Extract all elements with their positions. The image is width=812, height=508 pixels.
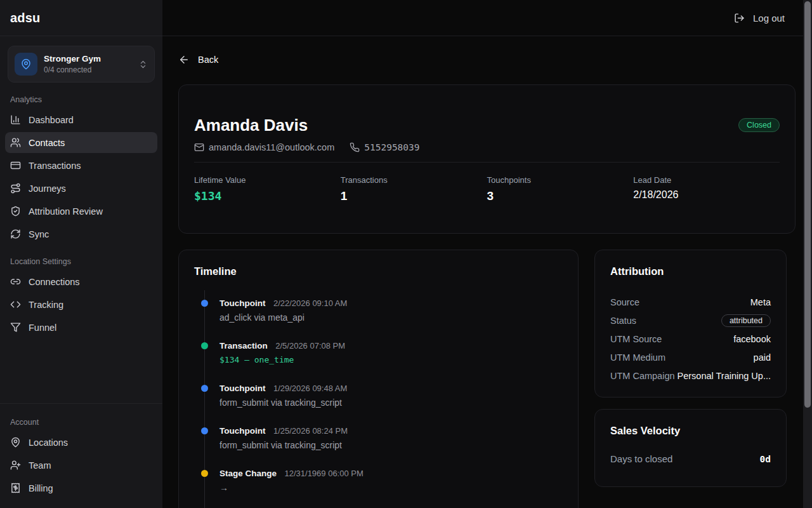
stat-label: Lifetime Value xyxy=(194,175,341,185)
scrollbar-thumb[interactable] xyxy=(804,1,811,408)
sales-velocity-row: Days to closed 0d xyxy=(610,453,771,464)
row-value: Meta xyxy=(750,297,771,307)
touchpoint-dot xyxy=(201,385,208,392)
content-area: Back Amanda Davis Closed amanda.davis11@… xyxy=(162,36,812,508)
timeline-card: Timeline Touchpoint 2/22/2026 09:10 AM a… xyxy=(178,250,579,508)
sidebar-item-connections[interactable]: Connections xyxy=(5,271,157,292)
sidebar: adsu Stronger Gym 0/4 connected Analytic… xyxy=(0,0,162,508)
sidebar-item-attribution-review[interactable]: Attribution Review xyxy=(5,201,157,222)
attribution-row-source: Source Meta xyxy=(610,293,771,311)
event-timestamp: 2/22/2026 09:10 AM xyxy=(273,298,347,308)
location-connected-status: 0/4 connected xyxy=(44,65,132,74)
sidebar-item-label: Contacts xyxy=(29,138,65,148)
row-label: Source xyxy=(610,297,639,307)
users-icon xyxy=(10,137,21,148)
touchpoint-dot xyxy=(201,300,208,307)
timeline-event: Touchpoint 1/25/2026 08:24 PM form_submi… xyxy=(194,424,563,451)
sidebar-item-label: Funnel xyxy=(29,323,56,333)
refresh-icon xyxy=(10,229,21,239)
timeline-event-head: Touchpoint 2/22/2026 09:10 AM xyxy=(219,297,563,310)
logout-icon xyxy=(734,13,745,23)
timeline-event-head: Touchpoint 1/25/2026 08:24 PM xyxy=(219,424,563,438)
contact-phone: 5152958039 xyxy=(350,142,419,152)
stage-change-dot xyxy=(201,470,208,477)
timeline-event: Touchpoint 1/29/2026 09:48 AM form_submi… xyxy=(194,382,563,409)
event-timestamp: 1/29/2026 09:48 AM xyxy=(273,384,347,393)
sales-velocity-title: Sales Velocity xyxy=(610,425,771,437)
arrow-left-icon xyxy=(178,54,190,65)
timeline-event-head: Touchpoint 1/29/2026 09:48 AM xyxy=(219,382,563,395)
sidebar-item-dashboard[interactable]: Dashboard xyxy=(5,109,157,130)
sidebar-item-label: Sync xyxy=(29,229,49,239)
right-card-column: Attribution Source Meta Status attribute… xyxy=(594,250,787,508)
row-value: facebook xyxy=(733,334,771,344)
sidebar-item-sync[interactable]: Sync xyxy=(5,224,157,244)
sidebar-item-locations[interactable]: Locations xyxy=(5,432,157,453)
sidebar-item-transactions[interactable]: Transactions xyxy=(5,155,157,176)
event-type: Touchpoint xyxy=(219,426,265,436)
event-detail: form_submit via tracking_script xyxy=(219,439,563,451)
row-value: Personal Training Up... xyxy=(678,371,771,381)
profile-header-row: Amanda Davis Closed xyxy=(194,116,780,135)
logout-button[interactable]: Log out xyxy=(734,13,785,23)
receipt-icon xyxy=(10,483,21,493)
phone-icon xyxy=(350,142,360,152)
event-detail: ad_click via meta_api xyxy=(219,311,563,324)
sidebar-item-funnel[interactable]: Funnel xyxy=(5,317,157,338)
sidebar-account-section: Account Locations Team Billing xyxy=(0,403,162,508)
sidebar-item-team[interactable]: Team xyxy=(5,455,157,476)
sidebar-item-contacts[interactable]: Contacts xyxy=(5,132,157,153)
app-logo: adsu xyxy=(10,11,40,25)
scrollbar-track[interactable] xyxy=(803,0,812,508)
attribution-title: Attribution xyxy=(610,265,771,277)
event-timestamp: 2/5/2026 07:08 PM xyxy=(275,341,345,351)
stat-value: 2/18/2026 xyxy=(633,189,780,201)
sidebar-item-label: Billing xyxy=(29,483,53,493)
user-plus-icon xyxy=(10,460,21,471)
row-label: UTM Campaign xyxy=(610,371,675,381)
section-label-account: Account xyxy=(5,418,157,427)
sidebar-item-label: Dashboard xyxy=(29,115,74,125)
profile-stats-row: Lifetime Value $134 Transactions 1 Touch… xyxy=(194,163,780,203)
sidebar-item-tracking[interactable]: Tracking xyxy=(5,294,157,315)
sidebar-item-label: Team xyxy=(29,460,51,471)
timeline-event: Stage Change 12/31/1969 06:00 PM → xyxy=(194,467,563,494)
bar-chart-icon xyxy=(10,114,21,125)
attribution-rows: Source Meta Status attributed UTM Source… xyxy=(610,293,771,385)
contact-email-value: amanda.davis11@outlook.com xyxy=(209,142,334,152)
row-label: Days to closed xyxy=(610,453,672,464)
timeline-event: Touchpoint 2/22/2026 09:10 AM ad_click v… xyxy=(194,297,563,324)
event-detail: → xyxy=(219,481,563,494)
sidebar-item-journeys[interactable]: Journeys xyxy=(5,178,157,199)
event-timestamp: 1/25/2026 08:24 PM xyxy=(273,426,348,436)
chevrons-up-down-icon xyxy=(138,60,148,69)
section-label-analytics: Analytics xyxy=(5,95,157,104)
stat-transactions: Transactions 1 xyxy=(341,175,487,203)
contact-info-row: amanda.davis11@outlook.com 5152958039 xyxy=(194,142,780,152)
location-selector[interactable]: Stronger Gym 0/4 connected xyxy=(8,46,155,83)
app-root: adsu Stronger Gym 0/4 connected Analytic… xyxy=(0,0,812,508)
row-label: Status xyxy=(610,316,636,326)
shield-check-icon xyxy=(10,206,21,217)
main-column: Log out Back Amanda Davis Closed amanda.… xyxy=(162,0,812,508)
stat-lifetime-value: Lifetime Value $134 xyxy=(194,175,341,203)
timeline-title: Timeline xyxy=(194,265,563,277)
back-label: Back xyxy=(198,55,218,65)
map-pin-icon xyxy=(10,437,21,448)
stat-label: Lead Date xyxy=(633,175,780,185)
row-label: UTM Source xyxy=(610,334,662,344)
location-selector-text: Stronger Gym 0/4 connected xyxy=(44,54,132,74)
lower-grid: Timeline Touchpoint 2/22/2026 09:10 AM a… xyxy=(178,250,796,508)
back-button[interactable]: Back xyxy=(178,54,218,65)
attributed-badge: attributed xyxy=(721,314,771,327)
sidebar-item-label: Transactions xyxy=(29,161,81,171)
event-timestamp: 12/31/1969 06:00 PM xyxy=(284,469,363,478)
row-label: UTM Medium xyxy=(610,352,665,363)
sidebar-item-billing[interactable]: Billing xyxy=(5,478,157,498)
attribution-row-utm-source: UTM Source facebook xyxy=(610,330,771,348)
timeline-event-head: Stage Change 12/31/1969 06:00 PM xyxy=(219,467,563,480)
timeline-event-head: Transaction 2/5/2026 07:08 PM xyxy=(219,339,563,352)
stat-value: 3 xyxy=(487,189,634,203)
stat-lead-date: Lead Date 2/18/2026 xyxy=(633,175,780,203)
route-icon xyxy=(10,183,21,194)
